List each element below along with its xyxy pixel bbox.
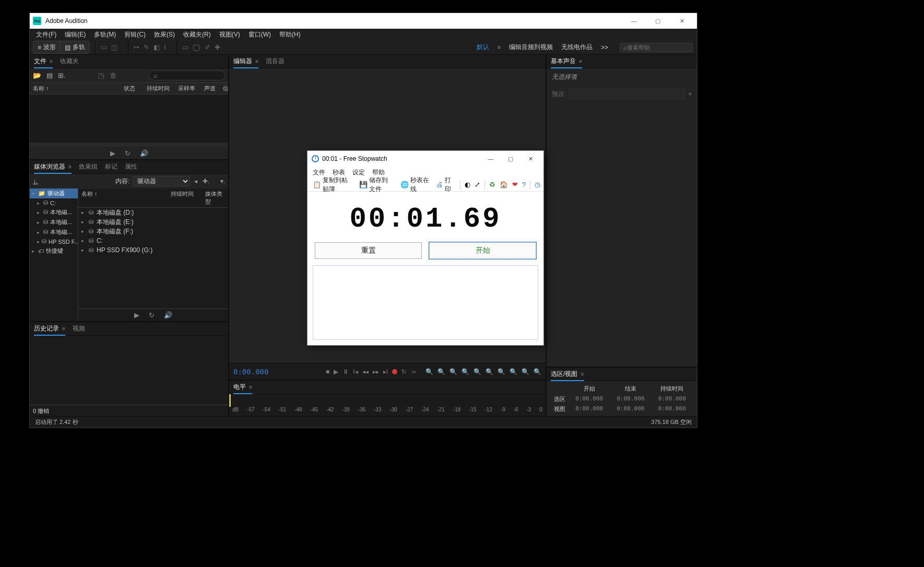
tree-item[interactable]: ▸⛁HP SSD F... [30, 237, 78, 246]
close-button[interactable]: ✕ [670, 13, 694, 29]
col-channels[interactable]: 声道 [201, 83, 220, 94]
view-start[interactable]: 0:00.000 [568, 404, 610, 414]
content-select[interactable]: 驱动器 [133, 176, 190, 186]
rewind-start-button[interactable]: I◂ [353, 368, 358, 375]
tab-mixer[interactable]: 混音器 [266, 55, 285, 68]
zoom-in-vert-icon[interactable]: 🔍 [473, 368, 481, 375]
skip-silence-button[interactable]: ⤼ [411, 368, 416, 375]
col-bitdepth[interactable]: 位 [220, 83, 228, 94]
home-icon[interactable]: 🏠 [500, 181, 508, 188]
menu-view[interactable]: 视图(V) [215, 29, 244, 41]
files-list[interactable] [30, 95, 228, 143]
level-meter[interactable] [229, 394, 546, 407]
stop-button[interactable]: ■ [326, 368, 329, 375]
col-status[interactable]: 状态 [121, 83, 144, 94]
tree-item[interactable]: ▸⛁C: [30, 198, 78, 207]
clock-icon[interactable]: ◷ [535, 181, 540, 188]
files-scrollbar[interactable] [30, 143, 228, 147]
workspace-default[interactable]: 默认 [477, 43, 489, 52]
col-name[interactable]: 名称 ↑ [30, 83, 121, 94]
panel-menu-icon[interactable]: ≡ [62, 326, 65, 332]
time-tool-icon[interactable]: I [164, 43, 166, 51]
menu-multitrack[interactable]: 多轨(M) [90, 29, 120, 41]
contrast-icon[interactable]: ◐ [465, 181, 470, 188]
start-button[interactable]: 开始 [429, 242, 536, 259]
close-button[interactable]: ✕ [520, 152, 540, 166]
tab-media-browser[interactable]: 媒体浏览器 ≡ [34, 160, 72, 174]
zoom-in-time-icon[interactable]: 🔍 [510, 368, 517, 375]
reset-button[interactable]: 重置 [315, 242, 422, 259]
workspace-more[interactable]: >> [601, 44, 608, 51]
new-file-icon[interactable]: ▤ [46, 72, 53, 79]
zoom-in-icon[interactable]: 🔍 [425, 368, 433, 375]
workspace-audio-video[interactable]: 编辑音频到视频 [509, 43, 553, 52]
sel-start[interactable]: 0:00.000 [568, 394, 610, 404]
audition-titlebar[interactable]: Au Adobe Audition — ▢ ✕ [30, 13, 697, 29]
media-row[interactable]: ▸⛁C: [78, 236, 228, 245]
view-dur[interactable]: 0:00.000 [651, 404, 693, 414]
minimize-button[interactable]: — [622, 13, 646, 29]
menu-window[interactable]: 窗口(W) [244, 29, 275, 41]
brush-tool-icon[interactable]: ✐ [205, 43, 210, 51]
multitrack-mode-button[interactable]: ▤ 多轨 [60, 41, 89, 53]
preset-dropdown-icon[interactable]: ▾ [689, 90, 692, 98]
view-end[interactable]: 0:00.000 [610, 404, 651, 414]
refresh-icon[interactable]: ♻ [489, 181, 495, 188]
play-button[interactable]: ▶ [334, 368, 338, 375]
import-icon[interactable]: ◳ [98, 72, 104, 79]
pause-button[interactable]: ⏸ [342, 368, 349, 375]
panel-menu-icon[interactable]: ≡ [68, 164, 72, 170]
menu-favorites[interactable]: 收藏夹(R) [179, 29, 215, 41]
tab-properties[interactable]: 属性 [125, 160, 137, 173]
media-row[interactable]: ▸⛁本地磁盘 (D:) [78, 208, 228, 217]
menu-clip[interactable]: 剪辑(C) [120, 29, 150, 41]
forward-end-button[interactable]: ▸I [383, 368, 388, 375]
zoom-custom-icon[interactable]: 🔍 [534, 368, 541, 375]
sel-dur[interactable]: 0:00.000 [651, 394, 693, 404]
maximize-button[interactable]: ▢ [501, 152, 520, 166]
panel-menu-icon[interactable]: ≡ [249, 384, 252, 390]
shortcut-icon[interactable]: ↓. [33, 178, 38, 185]
spectral-tool-icon[interactable]: ◫ [111, 43, 117, 51]
menu-help[interactable]: 帮助(H) [275, 29, 305, 41]
workspace-radio[interactable]: 无线电作品 [561, 43, 593, 52]
col-type[interactable]: 媒体类型 [203, 188, 228, 207]
zoom-full-icon[interactable]: 🔍 [449, 368, 457, 375]
heart-icon[interactable]: ❤ [512, 181, 518, 188]
media-row[interactable]: ▸⛁HP SSD FX900 (G:) [78, 245, 228, 255]
rectangle-tool-icon[interactable]: ▭ [101, 43, 107, 51]
razor-tool-icon[interactable]: ✎ [144, 43, 149, 51]
fullscreen-icon[interactable]: ⤢ [475, 181, 480, 188]
new-multitrack-icon[interactable]: ⊞. [58, 72, 66, 79]
tab-effects-rack[interactable]: 效果组 [79, 160, 98, 173]
minimize-button[interactable]: — [481, 152, 501, 166]
col-name[interactable]: 名称 ↑ [78, 188, 168, 207]
panel-menu-icon[interactable]: ≡ [581, 371, 584, 377]
slip-tool-icon[interactable]: ◧ [153, 43, 160, 51]
menu-file[interactable]: 文件(F) [32, 29, 61, 41]
menu-edit[interactable]: 编辑(E) [61, 29, 90, 41]
col-samplerate[interactable]: 采样率 [175, 83, 201, 94]
tree-item[interactable]: ▸⛁本地磁... [30, 227, 78, 237]
nav-back-icon[interactable]: ◂ [194, 178, 197, 185]
zoom-reset-icon[interactable]: 🔍 [497, 368, 505, 375]
media-row[interactable]: ▸⛁本地磁盘 (F:) [78, 227, 228, 236]
healing-tool-icon[interactable]: ✚ [215, 43, 220, 51]
marquee-tool-icon[interactable]: ▭ [182, 43, 188, 51]
timecode-display[interactable]: 0:00.000 [233, 368, 291, 376]
panel-menu-icon[interactable]: ≡ [50, 58, 53, 64]
media-tree[interactable]: ▾📁驱动器▸⛁C:▸⛁本地磁...▸⛁本地磁...▸⛁本地磁...▸⛁HP SS… [30, 188, 78, 321]
help-icon[interactable]: ? [522, 181, 526, 188]
tab-favorites[interactable]: 收藏夹 [60, 55, 79, 68]
tree-item[interactable]: ▸⛁本地磁... [30, 217, 78, 227]
media-row[interactable]: ▸⛁本地磁盘 (E:) [78, 217, 228, 227]
col-duration[interactable]: 持续时间 [168, 188, 203, 207]
record-button[interactable] [392, 369, 397, 374]
zoom-out-icon[interactable]: 🔍 [437, 368, 445, 375]
lasso-tool-icon[interactable]: ◯ [193, 43, 200, 51]
panel-menu-icon[interactable]: ≡ [255, 58, 258, 64]
panel-menu-icon[interactable]: ≡ [579, 58, 582, 64]
menu-effects[interactable]: 效果(S) [150, 29, 179, 41]
move-tool-icon[interactable]: ↦ [134, 43, 139, 51]
files-search[interactable] [149, 70, 225, 80]
